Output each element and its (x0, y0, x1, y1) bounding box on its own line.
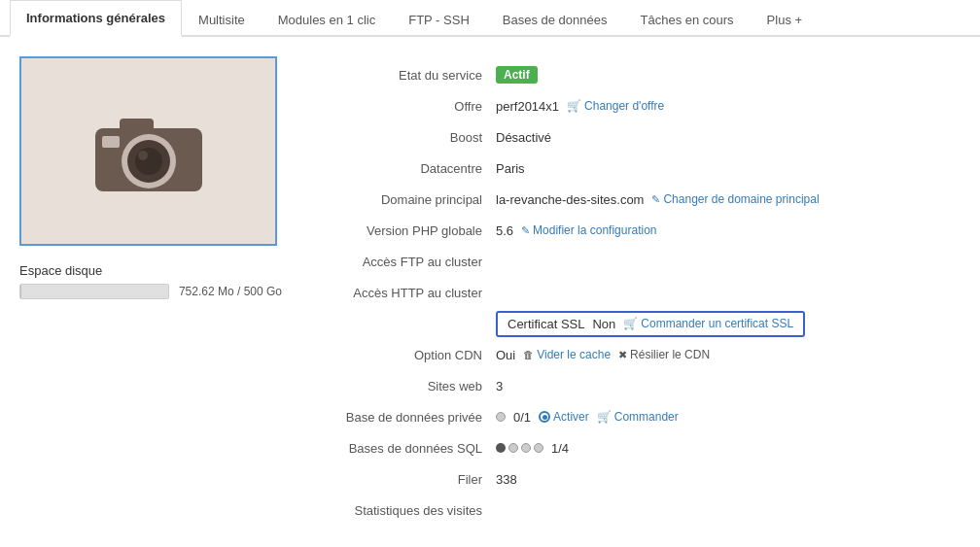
acces-http-label: Accès HTTP au cluster (301, 286, 496, 300)
cart-bdd-icon: 🛒 (597, 410, 612, 424)
tab-informations-generales[interactable]: Informations générales (10, 0, 182, 37)
row-datacentre: Datacentre Paris (301, 154, 961, 182)
filer-label: Filer (301, 472, 496, 487)
edit-icon: ✎ (651, 193, 660, 206)
row-bdd-privee: Base de données privée 0/1 Activer 🛒 Com… (301, 403, 961, 430)
radio-icon (539, 411, 550, 423)
bdd-sql-dots (496, 443, 543, 453)
dot-filled-1 (496, 443, 506, 453)
dot-empty-2 (521, 443, 531, 453)
domaine-label: Domaine principal (301, 192, 496, 207)
activer-bdd-link[interactable]: Activer (539, 410, 589, 424)
svg-point-5 (138, 151, 148, 160)
disk-label: Espace disque (19, 263, 282, 278)
changer-offre-link[interactable]: 🛒 Changer d'offre (567, 99, 664, 113)
tab-multisite[interactable]: Multisite (182, 2, 262, 37)
edit-icon-php: ✎ (521, 224, 530, 237)
svg-point-4 (135, 148, 162, 175)
datacentre-value: Paris (496, 161, 525, 176)
bdd-privee-value: 0/1 Activer 🛒 Commander (496, 410, 679, 425)
commander-ssl-link[interactable]: 🛒 Commander un certificat SSL (623, 317, 793, 330)
row-bdd-sql: Bases de données SQL 1/4 (301, 434, 961, 462)
sites-label: Sites web (301, 379, 496, 393)
php-label: Version PHP globale (301, 223, 496, 238)
commander-bdd-link[interactable]: 🛒 Commander (597, 410, 679, 424)
tab-bar: Informations générales Multisite Modules… (0, 0, 980, 37)
main-content: Espace disque 752.62 Mo / 500 Go Etat du… (0, 37, 980, 537)
dot-empty-1 (508, 443, 518, 453)
ssl-value: Certificat SSL Non 🛒 Commander un certif… (496, 311, 805, 337)
right-panel: Etat du service Actif Offre perf2014x1 🛒… (301, 56, 961, 528)
dot-empty-3 (534, 443, 543, 453)
vider-cache-link[interactable]: 🗑 Vider le cache (523, 348, 611, 361)
tab-taches[interactable]: Tâches en cours (624, 2, 751, 37)
cdn-value: Oui 🗑 Vider le cache ✖ Résilier le CDN (496, 348, 710, 362)
bdd-privee-dots (496, 412, 506, 422)
boost-label: Boost (301, 130, 496, 145)
offre-label: Offre (301, 99, 496, 114)
changer-domaine-link[interactable]: ✎ Changer de domaine principal (651, 192, 819, 206)
row-filer: Filer 338 (301, 465, 961, 493)
dot-empty (496, 412, 506, 422)
boost-value: Désactivé (496, 130, 551, 145)
tab-ftp-ssh[interactable]: FTP - SSH (392, 2, 486, 37)
row-ssl: Certificat SSL Non 🛒 Commander un certif… (301, 310, 961, 337)
disk-section: Espace disque 752.62 Mo / 500 Go (19, 263, 282, 299)
modifier-php-link[interactable]: ✎ Modifier la configuration (521, 223, 656, 237)
row-cdn: Option CDN Oui 🗑 Vider le cache ✖ Résili… (301, 341, 961, 368)
tab-plus[interactable]: Plus + (751, 2, 820, 37)
disk-progress-bar (19, 284, 169, 299)
sites-value: 3 (496, 379, 503, 393)
ssl-label: Certificat SSL (508, 317, 584, 331)
left-panel: Espace disque 752.62 Mo / 500 Go (19, 56, 282, 528)
acces-ftp-label: Accès FTP au cluster (301, 255, 496, 269)
ssl-non: Non (592, 317, 615, 331)
etat-value: Actif (496, 66, 538, 84)
trash-icon: 🗑 (523, 349, 534, 360)
bdd-sql-label: Bases de données SQL (301, 441, 496, 456)
php-value: 5.6 ✎ Modifier la configuration (496, 223, 656, 238)
camera-thumbnail (19, 56, 277, 246)
row-acces-ftp: Accès FTP au cluster (301, 248, 961, 275)
row-php: Version PHP globale 5.6 ✎ Modifier la co… (301, 217, 961, 244)
bdd-sql-value: 1/4 (496, 441, 569, 456)
row-boost: Boost Désactivé (301, 123, 961, 151)
disk-bar-row: 752.62 Mo / 500 Go (19, 284, 282, 299)
row-offre: Offre perf2014x1 🛒 Changer d'offre (301, 92, 961, 120)
row-sites: Sites web 3 (301, 372, 961, 399)
tab-bases-donnees[interactable]: Bases de données (486, 2, 624, 37)
stats-label: Statistiques des visites (301, 503, 496, 518)
row-acces-http: Accès HTTP au cluster (301, 279, 961, 306)
cart-ssl-icon: 🛒 (623, 317, 638, 330)
row-etat: Etat du service Actif (301, 61, 961, 88)
resilier-cdn-link[interactable]: ✖ Résilier le CDN (618, 348, 710, 361)
cart-icon: 🛒 (567, 99, 581, 113)
svg-rect-6 (102, 136, 120, 148)
etat-label: Etat du service (301, 68, 496, 83)
svg-rect-1 (120, 119, 154, 136)
ssl-box: Certificat SSL Non 🛒 Commander un certif… (496, 311, 805, 337)
row-domaine: Domaine principal la-revanche-des-sites.… (301, 186, 961, 213)
disk-value: 752.62 Mo / 500 Go (179, 285, 282, 298)
row-stats: Statistiques des visites (301, 496, 961, 524)
tab-modules[interactable]: Modules en 1 clic (262, 2, 392, 37)
offre-value: perf2014x1 🛒 Changer d'offre (496, 99, 664, 114)
camera-icon (90, 101, 207, 201)
offre-text: perf2014x1 (496, 99, 559, 114)
etat-badge: Actif (496, 66, 538, 84)
filer-value: 338 (496, 472, 517, 487)
x-icon: ✖ (618, 349, 627, 361)
domaine-value: la-revanche-des-sites.com ✎ Changer de d… (496, 192, 820, 207)
datacentre-label: Datacentre (301, 161, 496, 176)
bdd-privee-label: Base de données privée (301, 410, 496, 425)
cdn-label: Option CDN (301, 348, 496, 362)
